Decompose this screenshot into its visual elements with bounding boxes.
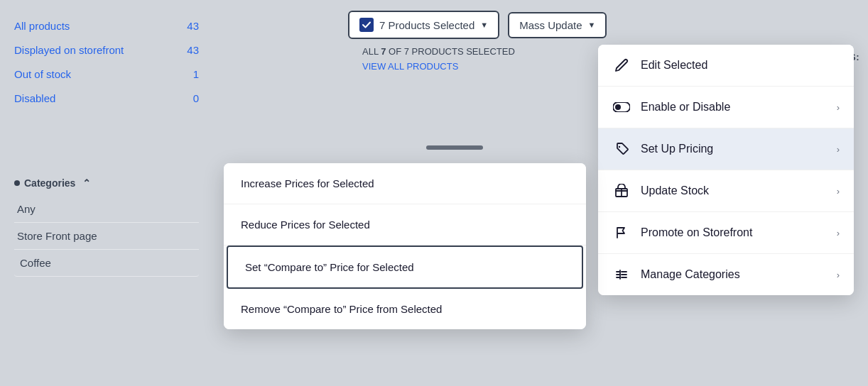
enable-disable-label: Enable or Disable <box>641 101 827 114</box>
set-up-pricing-label: Set Up Pricing <box>641 143 827 155</box>
selection-info: ALL 7 OF 7 PRODUCTS SELECTED VIEW ALL PR… <box>362 46 515 72</box>
submenu-set-compare-price[interactable]: Set “Compare to” Price for Selected <box>227 246 583 289</box>
scroll-hint <box>426 145 483 150</box>
increase-prices-label: Increase Prices for Selected <box>241 177 374 189</box>
categories-header: Categories ⌃ <box>14 170 199 196</box>
dropdown-set-up-pricing[interactable]: Set Up Pricing › <box>598 128 854 170</box>
stat-out-of-stock[interactable]: Out of stock 1 <box>14 62 199 87</box>
dropdown-edit-selected[interactable]: Edit Selected <box>598 45 854 87</box>
categories-collapse-icon: ⌃ <box>82 177 91 189</box>
selection-count-text: ALL 7 OF 7 PRODUCTS SELECTED <box>362 46 515 57</box>
pencil-icon <box>612 56 631 75</box>
remove-compare-price-label: Remove “Compare to” Price from Selected <box>241 303 442 315</box>
stat-disabled-value: 0 <box>193 92 199 104</box>
update-stock-label: Update Stock <box>641 184 827 197</box>
stat-all-products-value: 43 <box>187 20 199 32</box>
categories-title: Categories <box>24 177 75 189</box>
category-any[interactable]: Any <box>14 196 199 223</box>
stat-out-of-stock-label: Out of stock <box>14 68 71 80</box>
enable-disable-chevron: › <box>837 102 840 113</box>
products-selected-button[interactable]: 7 Products Selected ▼ <box>348 11 499 39</box>
categories-dot-icon <box>14 180 20 186</box>
mass-update-chevron: ▼ <box>588 21 596 29</box>
submenu-remove-compare-price[interactable]: Remove “Compare to” Price from Selected <box>224 289 586 329</box>
category-coffee[interactable]: Coffee <box>14 250 199 277</box>
dropdown-enable-disable[interactable]: Enable or Disable › <box>598 87 854 128</box>
sidebar-stats: All products 43 Displayed on storefront … <box>14 14 199 111</box>
products-selected-label: 7 Products Selected <box>379 19 474 31</box>
stat-disabled[interactable]: Disabled 0 <box>14 87 199 111</box>
products-selected-chevron: ▼ <box>480 21 488 29</box>
submenu-increase-prices[interactable]: Increase Prices for Selected <box>224 163 586 204</box>
reduce-prices-label: Reduce Prices for Selected <box>241 219 370 231</box>
update-stock-chevron: › <box>837 186 840 197</box>
promote-storefront-chevron: › <box>837 228 840 238</box>
manage-categories-chevron: › <box>837 270 840 280</box>
stat-displayed[interactable]: Displayed on storefront 43 <box>14 38 199 62</box>
view-all-products-link[interactable]: VIEW ALL PRODUCTS <box>362 61 458 72</box>
set-compare-price-label: Set “Compare to” Price for Selected <box>245 261 414 273</box>
dropdown-update-stock[interactable]: Update Stock › <box>598 170 854 212</box>
dropdown-promote-storefront[interactable]: Promote on Storefront › <box>598 212 854 254</box>
svg-point-2 <box>619 146 620 148</box>
checkbox-icon <box>359 18 374 32</box>
manage-categories-label: Manage Categories <box>641 268 827 281</box>
top-bar: 7 Products Selected ▼ Mass Update ▼ <box>348 11 854 39</box>
mass-update-button[interactable]: Mass Update ▼ <box>508 12 607 38</box>
stat-all-products-label: All products <box>14 20 70 32</box>
stat-out-of-stock-value: 1 <box>193 68 199 80</box>
stat-all-products[interactable]: All products 43 <box>14 14 199 38</box>
list-icon <box>612 265 631 284</box>
stat-displayed-label: Displayed on storefront <box>14 44 124 56</box>
pricing-submenu: Increase Prices for Selected Reduce Pric… <box>224 163 586 329</box>
mass-update-dropdown: Edit Selected Enable or Disable › Set Up… <box>598 45 854 295</box>
mass-update-label: Mass Update <box>519 19 582 31</box>
category-storefront[interactable]: Store Front page <box>14 223 199 250</box>
box-icon <box>612 182 631 200</box>
flag-icon <box>612 224 631 242</box>
categories-section: Categories ⌃ Any Store Front page Coffee <box>14 170 199 277</box>
stat-displayed-value: 43 <box>187 44 199 56</box>
tag-icon <box>612 140 631 158</box>
edit-selected-label: Edit Selected <box>641 59 840 72</box>
toggle-icon <box>612 98 631 116</box>
svg-point-1 <box>615 104 621 110</box>
set-up-pricing-chevron: › <box>837 144 840 155</box>
submenu-reduce-prices[interactable]: Reduce Prices for Selected <box>224 204 586 246</box>
promote-storefront-label: Promote on Storefront <box>641 226 827 239</box>
stat-disabled-label: Disabled <box>14 92 55 104</box>
dropdown-manage-categories[interactable]: Manage Categories › <box>598 254 854 295</box>
